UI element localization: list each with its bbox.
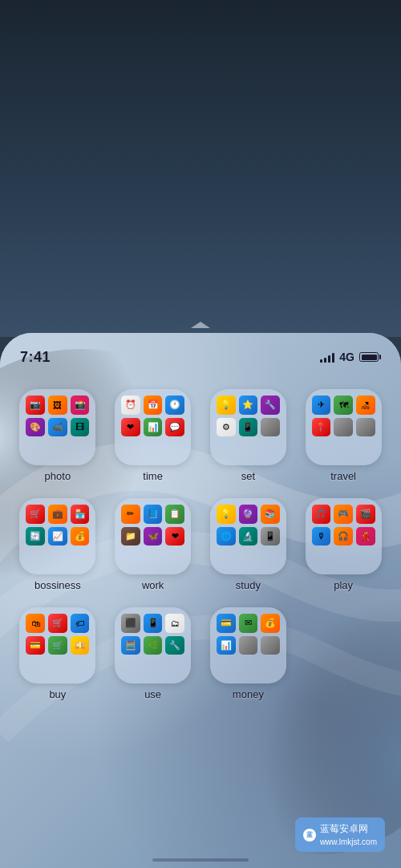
folder-label-time: time (143, 470, 163, 482)
signal-bar-3 (328, 355, 330, 363)
folder-label-travel: travel (330, 470, 356, 482)
folder-app-set-4: 📱 (239, 418, 258, 437)
network-type: 4G (339, 351, 354, 363)
folder-use[interactable]: ⬛📱🗂🧮🌿🔧use (111, 607, 195, 700)
folder-label-use: use (144, 688, 161, 700)
folder-app-study-2: 📚 (261, 505, 280, 524)
swipe-up-hint[interactable] (184, 317, 217, 333)
folder-app-time-2: 🕐 (165, 395, 184, 415)
folder-icon-use: ⬛📱🗂🧮🌿🔧 (115, 607, 191, 683)
battery-icon (359, 352, 381, 362)
folder-app-set-0: 💡 (217, 395, 236, 415)
signal-bars (320, 351, 334, 363)
folder-set[interactable]: 💡⭐🔧⚙📱set (207, 389, 290, 482)
folder-app-bossiness-2: 🏪 (71, 505, 90, 524)
watermark-text: 蓝莓安卓网www.lmkjst.com (320, 822, 377, 847)
folder-icon-work: ✏📘📋📁🦋❤ (115, 498, 191, 574)
folder-money[interactable]: 💳✉💰📊money (207, 607, 290, 700)
folder-app-set-2: 🔧 (261, 395, 280, 415)
folder-app-bossiness-3: 🔄 (26, 527, 45, 546)
folder-app-travel-2: 🏖 (356, 395, 375, 415)
folder-app-bossiness-5: 💰 (71, 527, 90, 546)
home-indicator[interactable] (152, 858, 249, 862)
folder-app-play-4: 🎧 (334, 527, 353, 546)
folder-app-travel-3: 📍 (312, 418, 331, 437)
folder-icon-photo: 📷🖼📸🎨📹🎞 (19, 389, 95, 465)
folder-app-travel-0: ✈ (312, 395, 331, 415)
folder-app-work-2: 📋 (165, 505, 184, 524)
folder-app-set-5 (261, 418, 280, 437)
folder-app-play-0: 🎵 (312, 505, 331, 524)
folder-app-work-1: 📘 (144, 505, 163, 524)
folder-app-buy-4: 🛒 (48, 636, 67, 655)
folder-app-money-3: 📊 (217, 636, 236, 655)
folder-app-money-4 (239, 636, 258, 655)
folder-app-photo-0: 📷 (26, 395, 45, 415)
signal-bar-2 (324, 358, 326, 363)
folder-app-photo-4: 📹 (48, 418, 67, 437)
folder-app-study-5: 📱 (261, 527, 280, 546)
folder-app-study-0: 💡 (217, 505, 236, 524)
signal-bar-1 (320, 359, 322, 363)
folder-app-bossiness-1: 💼 (48, 505, 67, 524)
folder-app-play-2: 🎬 (356, 505, 375, 524)
folder-icon-set: 💡⭐🔧⚙📱 (210, 389, 286, 465)
battery-body (359, 352, 379, 362)
folder-app-money-1: ✉ (239, 614, 258, 633)
folder-app-buy-2: 🏷 (71, 614, 90, 633)
folder-app-money-2: 💰 (261, 614, 280, 633)
folder-app-time-5: 💬 (165, 418, 184, 437)
chevron-up-icon (191, 322, 210, 328)
folder-app-time-3: ❤ (121, 418, 140, 437)
folder-icon-money: 💳✉💰📊 (210, 607, 286, 683)
phone-screen: 7:41 4G 📷🖼📸🎨📹🎞photo⏰📅🕐❤📊💬time💡⭐🔧⚙📱set✈🗺🏖… (0, 333, 401, 868)
folder-play[interactable]: 🎵🎮🎬🎙🎧💃play (302, 498, 385, 591)
folder-app-play-3: 🎙 (312, 527, 331, 546)
folder-app-work-5: ❤ (165, 527, 184, 546)
folder-work[interactable]: ✏📘📋📁🦋❤work (111, 498, 195, 591)
folder-app-set-1: ⭐ (239, 395, 258, 415)
folder-app-bossiness-4: 📈 (48, 527, 67, 546)
folder-app-time-4: 📊 (144, 418, 163, 437)
folder-app-travel-4 (334, 418, 353, 437)
folder-app-photo-3: 🎨 (26, 418, 45, 437)
folder-app-use-3: 🧮 (121, 636, 140, 655)
folder-icon-travel: ✈🗺🏖📍 (306, 389, 382, 465)
folder-label-photo: photo (45, 470, 71, 482)
folder-app-money-5 (261, 636, 280, 655)
folder-app-play-5: 💃 (356, 527, 375, 546)
folder-icon-study: 💡🔮📚🌐🔬📱 (210, 498, 286, 574)
folder-app-photo-1: 🖼 (48, 395, 67, 415)
folder-app-buy-0: 🛍 (26, 614, 45, 633)
folder-label-bossiness: bossiness (34, 579, 81, 591)
folder-app-work-4: 🦋 (144, 527, 163, 546)
folder-time[interactable]: ⏰📅🕐❤📊💬time (111, 389, 195, 482)
status-bar: 7:41 4G (0, 333, 401, 373)
folder-icon-buy: 🛍🛒🏷💳🛒💴 (19, 607, 95, 683)
folder-app-bossiness-0: 🛒 (26, 505, 45, 524)
folder-app-money-0: 💳 (217, 614, 236, 633)
folder-app-time-0: ⏰ (121, 395, 140, 415)
signal-bar-4 (332, 353, 334, 363)
folder-travel[interactable]: ✈🗺🏖📍travel (302, 389, 385, 482)
folder-icon-bossiness: 🛒💼🏪🔄📈💰 (19, 498, 95, 574)
folder-bossiness[interactable]: 🛒💼🏪🔄📈💰bossiness (16, 498, 99, 591)
folder-label-work: work (142, 579, 164, 591)
folder-buy[interactable]: 🛍🛒🏷💳🛒💴buy (16, 607, 99, 700)
dark-background (0, 0, 401, 337)
folder-app-buy-5: 💴 (71, 636, 90, 655)
folder-app-travel-5 (356, 418, 375, 437)
folder-study[interactable]: 💡🔮📚🌐🔬📱study (207, 498, 290, 591)
folder-photo[interactable]: 📷🖼📸🎨📹🎞photo (16, 389, 99, 482)
folder-app-buy-1: 🛒 (48, 614, 67, 633)
folder-app-use-2: 🗂 (165, 614, 184, 633)
folder-label-set: set (241, 470, 255, 482)
app-grid: 📷🖼📸🎨📹🎞photo⏰📅🕐❤📊💬time💡⭐🔧⚙📱set✈🗺🏖📍travel🛒… (0, 373, 401, 716)
watermark: 蓝 蓝莓安卓网www.lmkjst.com (295, 817, 385, 852)
folder-icon-time: ⏰📅🕐❤📊💬 (115, 389, 191, 465)
folder-icon-play: 🎵🎮🎬🎙🎧💃 (306, 498, 382, 574)
folder-label-money: money (233, 688, 264, 700)
folder-app-study-3: 🌐 (217, 527, 236, 546)
folder-app-photo-5: 🎞 (71, 418, 90, 437)
battery-tip (379, 355, 381, 359)
